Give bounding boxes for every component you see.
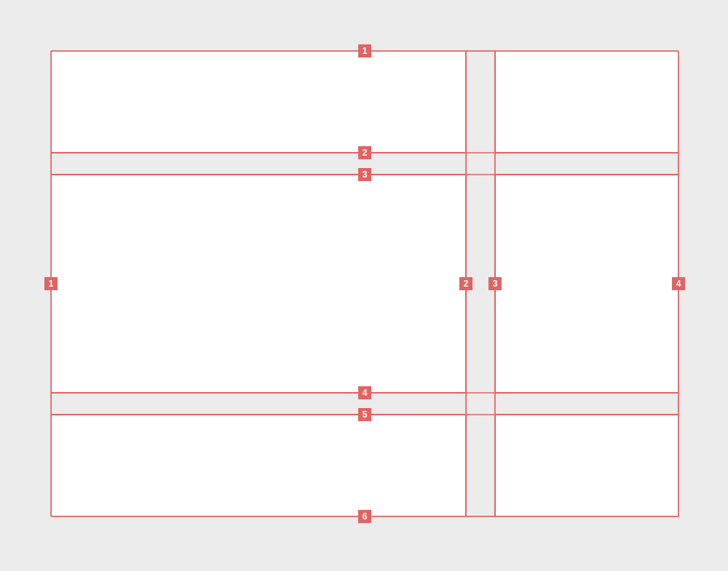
row-line-label: 3 (358, 168, 371, 181)
column-line-label: 1 (44, 277, 58, 290)
row-line-label: 6 (358, 510, 371, 523)
grid-cell (495, 51, 678, 153)
row-line-label: 5 (358, 408, 371, 421)
grid-cell (495, 175, 678, 393)
row-line-label: 2 (358, 146, 371, 159)
grid-cell (495, 415, 678, 516)
column-line-label: 4 (672, 277, 685, 290)
grid-cell (51, 175, 466, 393)
grid-cell (51, 51, 466, 153)
column-line-label: 3 (488, 277, 502, 290)
row-line-label: 4 (358, 386, 371, 399)
row-line-label: 1 (358, 44, 371, 57)
grid-diagram: 1 2 3 4 5 6 1 2 3 4 (0, 0, 728, 571)
column-line-label: 2 (459, 277, 472, 290)
grid-cell (51, 415, 466, 516)
